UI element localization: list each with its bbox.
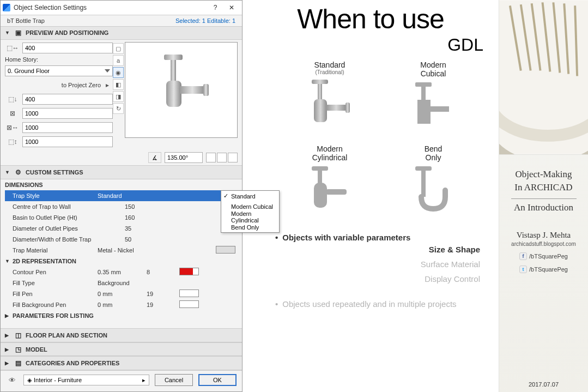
categories-icon: ▤: [14, 359, 22, 367]
svg-rect-15: [318, 171, 322, 184]
view-top-button[interactable]: ▢: [113, 43, 124, 54]
mirror-y-button[interactable]: [217, 153, 227, 162]
section-floorplan-header[interactable]: ▶ ◫ FLOOR PLAN AND SECTION: [1, 328, 242, 342]
view-axo-button[interactable]: ◨: [113, 91, 124, 102]
chevron-right-icon: ▶: [5, 333, 10, 338]
param-trap-material[interactable]: Trap Material Metal - Nickel: [5, 245, 238, 256]
settings-icon: ⚙: [14, 168, 22, 177]
section-categories-header[interactable]: ▶ ▤ CATEGORIES AND PROPERTIES: [1, 356, 242, 370]
custom-params-area: DIMENSIONS Trap Style Standard ▸ Centre …: [1, 179, 242, 321]
svg-rect-14: [312, 166, 328, 171]
cancel-button[interactable]: Cancel: [155, 374, 193, 386]
view-persp-button[interactable]: ↻: [113, 103, 124, 114]
pen-swatch[interactable]: [179, 268, 199, 275]
preview-3d-box[interactable]: [125, 42, 238, 138]
layer-icon[interactable]: 👁: [6, 375, 18, 385]
dropdown-option-bend-only[interactable]: Bend Only: [221, 222, 279, 232]
dim-x-input[interactable]: [22, 108, 113, 119]
param-fill-pen[interactable]: Fill Pen 0 mm 19: [5, 288, 238, 299]
section-custom-settings-header[interactable]: ▼ ⚙ CUSTOM SETTINGS: [1, 165, 242, 179]
bullet-1c: Display Control: [275, 272, 480, 286]
dim-y-icon: ⊠↔: [5, 122, 20, 134]
sidebar-title-3: An Introduction: [511, 202, 577, 215]
chevron-down-icon: ▼: [5, 30, 10, 35]
arrow-right-icon[interactable]: ▸: [103, 79, 112, 91]
model-icon: ◳: [14, 345, 22, 354]
view-side-button[interactable]: ◧: [113, 79, 124, 90]
pen-swatch[interactable]: [179, 300, 199, 308]
section-label: CUSTOM SETTINGS: [26, 169, 83, 176]
preview-positioning-body: ⬚↔ Home Story: 0. Ground Floor to Projec…: [1, 40, 242, 150]
chevron-right-icon: ▶: [5, 347, 10, 352]
dim-z-input[interactable]: [22, 136, 113, 147]
svg-rect-4: [203, 84, 209, 96]
svg-rect-0: [164, 55, 183, 60]
preview-trap-image: [149, 49, 214, 131]
dropdown-option-modern-cylindrical[interactable]: Modern Cylindrical: [221, 212, 279, 222]
bullet-list: •Objects with variable parameters Size &…: [243, 222, 499, 309]
section-label: PREVIEW AND POSITIONING: [26, 29, 108, 36]
ok-button[interactable]: OK: [198, 374, 237, 386]
param-basin[interactable]: Basin to Outlet Pipe (Ht) 160: [5, 212, 238, 223]
chevron-down-icon: ▼: [5, 258, 10, 264]
social-twitter[interactable]: t /bTSquarePeg: [519, 266, 568, 273]
svg-rect-5: [312, 80, 328, 84]
section-preview-positioning-header[interactable]: ▼ ▣ PREVIEW AND POSITIONING: [1, 26, 242, 40]
param-fill-bg-pen[interactable]: Fill Background Pen 0 mm 19: [5, 299, 238, 310]
mirror-x-button[interactable]: [206, 153, 216, 162]
bullet-1a: Size & Shape: [275, 242, 480, 257]
svg-rect-12: [417, 100, 431, 124]
author-name: Vistasp J. Mehta: [517, 231, 571, 240]
svg-rect-19: [421, 171, 426, 197]
material-swatch[interactable]: [216, 246, 235, 254]
svg-rect-9: [345, 102, 350, 113]
sidebar-title-2: In ARCHICAD: [511, 182, 575, 195]
section-label: CATEGORIES AND PROPERTIES: [26, 360, 119, 366]
sidebar: Object-Making In ARCHICAD An Introductio…: [499, 0, 588, 392]
dim-y-input[interactable]: [22, 122, 113, 133]
dialog-footer: 👁 ◈ Interior - Furniture ▸ Cancel OK: [1, 370, 242, 391]
svg-rect-3: [179, 86, 205, 94]
help-button[interactable]: ?: [207, 2, 223, 14]
group-dimensions[interactable]: DIMENSIONS: [5, 179, 238, 190]
section-model-header[interactable]: ▶ ◳ MODEL: [1, 342, 242, 357]
group-parameters-for-listing[interactable]: ▶PARAMETERS FOR LISTING: [5, 310, 238, 321]
project-zero-input[interactable]: [22, 94, 113, 105]
section-label: FLOOR PLAN AND SECTION: [26, 332, 107, 339]
object-selection-dialog: Object Selection Settings ? ✕ bT Bottle …: [0, 0, 243, 392]
dropdown-option-standard[interactable]: Standard: [221, 191, 279, 201]
param-trap-style[interactable]: Trap Style Standard ▸: [5, 190, 238, 201]
svg-rect-17: [326, 189, 347, 195]
trap-style-dropdown: Standard Modern Cubical Modern Cylindric…: [221, 190, 280, 233]
pen-swatch[interactable]: [179, 290, 199, 297]
param-centre[interactable]: Centre of Trap to Wall 150: [5, 201, 238, 212]
param-fill-type[interactable]: Fill Type Background: [5, 278, 238, 288]
param-contour-pen[interactable]: Contour Pen 0.35 mm 8: [5, 267, 238, 278]
variant-bend-only: Bend Only: [390, 144, 477, 222]
view-front-button[interactable]: a: [113, 55, 124, 66]
facebook-icon: f: [519, 252, 527, 260]
angle-input[interactable]: [165, 152, 203, 163]
group-2d-representation[interactable]: ▼2D REPRESENTATION: [5, 256, 238, 267]
variant-cubical-icon: [403, 78, 463, 138]
param-dia-out[interactable]: Diameter of Outlet Pipes 35: [5, 223, 238, 234]
param-dia-width[interactable]: Diameter/Width of Bottle Trap 50: [5, 234, 238, 245]
hero-image: [499, 0, 588, 155]
slide-area: When to use GDL Standard (Traditional) M…: [243, 0, 499, 392]
app-icon: [3, 4, 10, 11]
author-site: archicadstuff.blogspot.com: [511, 241, 576, 247]
home-story-select[interactable]: 0. Ground Floor: [5, 65, 113, 76]
classifier-combo[interactable]: ◈ Interior - Furniture ▸: [23, 375, 149, 385]
close-button[interactable]: ✕: [223, 2, 240, 14]
slide-heading: When to use: [243, 0, 499, 35]
divider: [511, 198, 577, 199]
view-3d-button[interactable]: ◉: [113, 67, 124, 78]
top-width-input[interactable]: [22, 43, 113, 53]
dim-x-icon: ⊠: [5, 107, 20, 119]
variant-standard: Standard (Traditional): [286, 61, 373, 138]
mirror-z-button[interactable]: [228, 153, 238, 162]
social-facebook[interactable]: f /bTSquarePeg: [519, 252, 568, 260]
dialog-title: Object Selection Settings: [14, 4, 207, 11]
svg-rect-8: [326, 105, 347, 111]
object-name: bT Bottle Trap: [7, 17, 45, 24]
